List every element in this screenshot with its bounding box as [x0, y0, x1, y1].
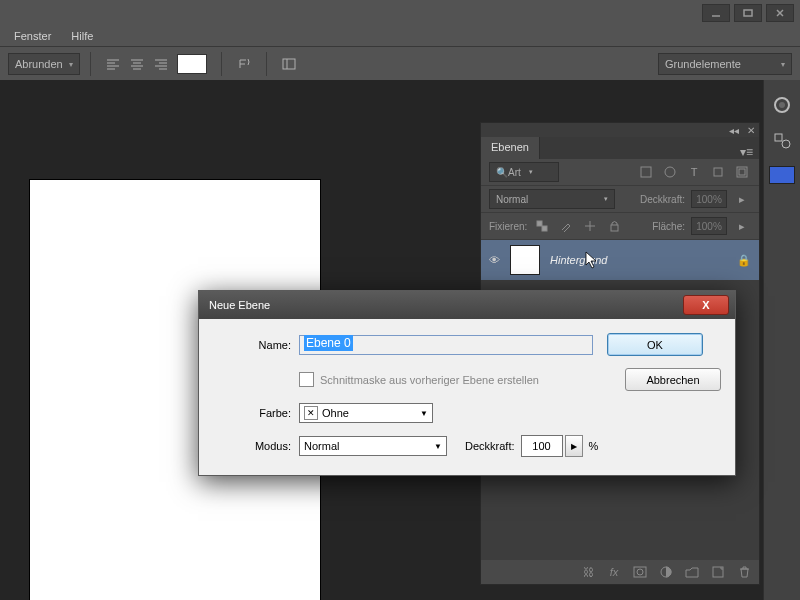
color-swatch[interactable]	[177, 54, 207, 74]
svg-point-33	[637, 569, 643, 575]
percent-label: %	[589, 440, 599, 452]
menu-hilfe[interactable]: Hilfe	[61, 30, 103, 42]
new-layer-icon[interactable]	[709, 566, 727, 578]
svg-rect-27	[537, 221, 542, 226]
svg-rect-31	[611, 225, 618, 231]
fill-stepper[interactable]: ▸	[734, 218, 750, 234]
align-center-icon[interactable]	[126, 53, 148, 75]
color-select[interactable]: ✕ Ohne ▼	[299, 403, 433, 423]
fx-icon[interactable]: fx	[605, 566, 623, 578]
lock-paint-icon[interactable]	[558, 218, 574, 234]
name-value: Ebene 0	[304, 335, 353, 351]
lock-all-icon[interactable]	[606, 218, 622, 234]
tab-layers[interactable]: Ebenen	[481, 137, 540, 159]
svg-rect-16	[283, 59, 295, 69]
align-right-icon[interactable]	[150, 53, 172, 75]
warp-text-icon[interactable]	[233, 53, 255, 75]
separator	[266, 52, 267, 76]
workspace-label: Grundelemente	[665, 58, 741, 70]
close-button[interactable]	[766, 4, 794, 22]
collapse-icon[interactable]: ◂◂	[729, 125, 739, 136]
dialog-titlebar[interactable]: Neue Ebene X	[199, 291, 735, 319]
layer-lock-icon[interactable]: 🔒	[737, 254, 751, 267]
menu-bar: Fenster Hilfe	[0, 26, 800, 47]
filter-shape-icon[interactable]	[710, 164, 726, 180]
opacity-stepper[interactable]: ▸	[734, 191, 750, 207]
trash-icon[interactable]	[735, 566, 753, 578]
filter-adjust-icon[interactable]	[662, 164, 678, 180]
svg-rect-28	[542, 226, 547, 231]
separator	[221, 52, 222, 76]
minimize-button[interactable]	[702, 4, 730, 22]
opacity-stepper[interactable]: ▶	[565, 435, 583, 457]
group-icon[interactable]	[683, 567, 701, 578]
mask-icon[interactable]	[631, 566, 649, 578]
filter-pixel-icon[interactable]	[638, 164, 654, 180]
layers-footer: ⛓ fx	[481, 560, 759, 584]
clipmask-checkbox	[299, 372, 314, 387]
mode-value: Normal	[304, 440, 339, 452]
mode-select[interactable]: Normal ▼	[299, 436, 447, 456]
align-left-icon[interactable]	[102, 53, 124, 75]
menu-fenster[interactable]: Fenster	[4, 30, 61, 42]
svg-point-21	[782, 140, 790, 148]
options-bar: Abrunden▾ Grundelemente▾	[0, 47, 800, 82]
panel-menu-icon[interactable]: ▾≡	[734, 145, 759, 159]
lock-position-icon[interactable]	[582, 218, 598, 234]
window-titlebar	[0, 0, 800, 26]
none-swatch-icon: ✕	[304, 406, 318, 420]
maximize-button[interactable]	[734, 4, 762, 22]
lock-label: Fixieren:	[489, 221, 527, 232]
svg-point-19	[779, 102, 785, 108]
name-label: Name:	[213, 339, 299, 351]
dialog-title: Neue Ebene	[205, 299, 270, 311]
separator	[90, 52, 91, 76]
color-value: Ohne	[322, 407, 349, 419]
cancel-button[interactable]: Abbrechen	[625, 368, 721, 391]
panel-close-icon[interactable]: ✕	[747, 125, 755, 136]
opacity-label: Deckkraft:	[640, 194, 685, 205]
rounding-label: Abrunden	[15, 58, 63, 70]
opacity-input[interactable]: 100	[521, 435, 563, 457]
layer-thumbnail[interactable]	[510, 245, 540, 275]
layer-name[interactable]: Hintergrund	[550, 254, 607, 266]
mode-label: Modus:	[213, 440, 299, 452]
svg-rect-24	[714, 168, 722, 176]
workspace-select[interactable]: Grundelemente▾	[658, 53, 792, 75]
panel-tabs: Ebenen ▾≡	[481, 137, 759, 159]
svg-point-23	[665, 167, 675, 177]
right-dock	[763, 80, 800, 600]
new-layer-dialog: Neue Ebene X Name: Ebene 0 OK Schnittmas…	[198, 290, 736, 476]
fill-label: Fläche:	[652, 221, 685, 232]
name-input[interactable]: Ebene 0	[299, 335, 593, 355]
blend-mode-select[interactable]: Normal▾	[489, 189, 615, 209]
dialog-opacity-label: Deckkraft:	[465, 440, 515, 452]
dialog-close-button[interactable]: X	[683, 295, 729, 315]
clipmask-label: Schnittmaske aus vorheriger Ebene erstel…	[320, 374, 539, 386]
opacity-value[interactable]: 100%	[691, 190, 727, 208]
color-wheel-icon[interactable]	[770, 94, 794, 116]
blend-mode-label: Normal	[496, 194, 528, 205]
svg-rect-26	[739, 169, 745, 175]
color-label: Farbe:	[213, 407, 299, 419]
lock-transparency-icon[interactable]	[534, 218, 550, 234]
rounding-select[interactable]: Abrunden▾	[8, 53, 80, 75]
svg-rect-20	[775, 134, 782, 141]
layer-row-background[interactable]: 👁 Hintergrund 🔒	[481, 240, 759, 280]
svg-rect-1	[744, 10, 752, 16]
panel-collapse-row: ◂◂✕	[481, 123, 759, 137]
panel-toggle-icon[interactable]	[278, 53, 300, 75]
shapes-icon[interactable]	[770, 130, 794, 152]
visibility-eye-icon[interactable]: 👁	[489, 254, 500, 266]
filter-type-icon[interactable]: T	[686, 164, 702, 180]
svg-rect-22	[641, 167, 651, 177]
foreground-color-swatch[interactable]	[769, 166, 795, 184]
link-layers-icon[interactable]: ⛓	[579, 566, 597, 578]
layer-filter-row: 🔍 Art▾ T	[481, 159, 759, 186]
adjustment-icon[interactable]	[657, 566, 675, 578]
lock-row: Fixieren: Fläche: 100% ▸	[481, 213, 759, 240]
filter-kind-select[interactable]: 🔍 Art▾	[489, 162, 559, 182]
fill-value[interactable]: 100%	[691, 217, 727, 235]
ok-button[interactable]: OK	[607, 333, 703, 356]
filter-smart-icon[interactable]	[734, 164, 750, 180]
